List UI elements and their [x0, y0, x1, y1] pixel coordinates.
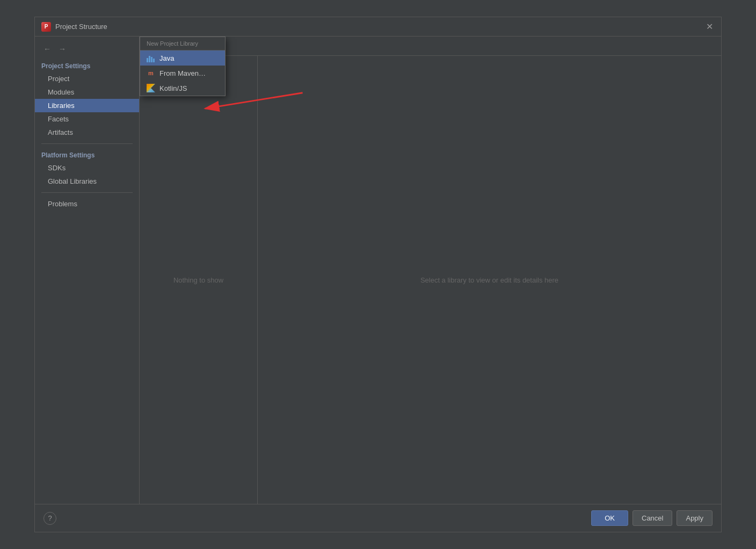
apply-button[interactable]: Apply: [677, 510, 713, 526]
dropdown-menu: New Project Library Java m: [140, 37, 226, 96]
help-button[interactable]: ?: [43, 512, 56, 525]
app-icon: P: [41, 22, 51, 32]
main-content: + − ⧉ Nothing to show Select a library t…: [140, 37, 721, 504]
content-area: Nothing to show Select a library to view…: [140, 56, 721, 504]
sidebar-item-project[interactable]: Project: [35, 72, 139, 85]
nothing-to-show: Nothing to show: [173, 276, 223, 284]
sidebar-item-sdks[interactable]: SDKs: [35, 161, 139, 175]
dropdown-header: New Project Library: [140, 37, 225, 50]
sidebar-divider-2: [41, 192, 133, 193]
ok-button[interactable]: OK: [591, 510, 628, 526]
project-settings-label: Project Settings: [35, 59, 139, 72]
title-bar-left: P Project Structure: [41, 22, 107, 32]
sidebar-item-global-libraries[interactable]: Global Libraries: [35, 175, 139, 188]
java-icon: [147, 54, 155, 62]
left-panel: Nothing to show: [140, 56, 258, 504]
dropdown-item-from-maven[interactable]: m From Maven…: [140, 66, 225, 81]
dropdown-item-kotlin-js[interactable]: Kotlin/JS: [140, 81, 225, 96]
nav-buttons: ← →: [35, 41, 139, 59]
platform-settings-label: Platform Settings: [35, 148, 139, 161]
right-panel: Select a library to view or edit its det…: [258, 56, 721, 504]
toolbar: + − ⧉: [140, 37, 721, 56]
forward-button[interactable]: →: [56, 43, 68, 55]
bottom-bar: ? OK Cancel Apply: [35, 504, 721, 532]
maven-icon: m: [147, 69, 155, 77]
project-structure-dialog: P Project Structure ✕ ← → Project Settin…: [34, 17, 722, 532]
action-buttons: OK Cancel Apply: [591, 510, 713, 526]
sidebar-divider: [41, 143, 133, 144]
select-library-hint: Select a library to view or edit its det…: [420, 276, 558, 284]
sidebar-item-artifacts[interactable]: Artifacts: [35, 126, 139, 139]
sidebar: ← → Project Settings Project Modules Lib…: [35, 37, 140, 504]
sidebar-item-facets[interactable]: Facets: [35, 112, 139, 126]
close-button[interactable]: ✕: [704, 21, 715, 32]
back-button[interactable]: ←: [41, 43, 53, 55]
title-bar: P Project Structure ✕: [35, 17, 721, 37]
dialog-title: Project Structure: [55, 23, 107, 31]
dropdown-item-java[interactable]: Java: [140, 50, 225, 66]
new-library-dropdown: New Project Library Java m: [140, 37, 226, 96]
kotlin-icon: [147, 84, 155, 92]
dialog-body: ← → Project Settings Project Modules Lib…: [35, 37, 721, 504]
sidebar-item-modules[interactable]: Modules: [35, 85, 139, 99]
sidebar-item-libraries[interactable]: Libraries: [35, 99, 139, 112]
cancel-button[interactable]: Cancel: [633, 510, 672, 526]
sidebar-item-problems[interactable]: Problems: [35, 197, 139, 211]
